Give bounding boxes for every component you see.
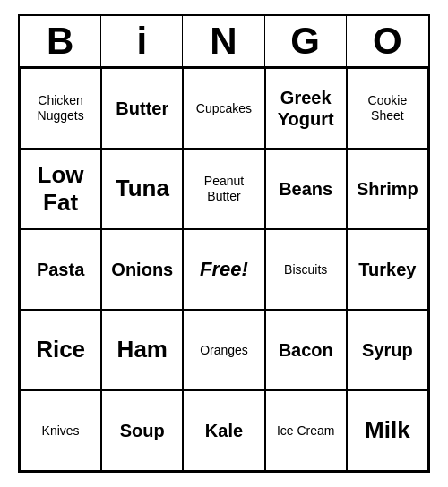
bingo-cell: Cupcakes xyxy=(183,68,264,149)
bingo-cell: Syrup xyxy=(347,310,428,390)
bingo-cell: Tuna xyxy=(101,149,183,229)
bingo-cell: Butter xyxy=(101,68,183,149)
bingo-cell: Chicken Nuggets xyxy=(20,68,101,149)
header-letter: N xyxy=(183,16,264,66)
bingo-cell: Shrimp xyxy=(347,149,428,229)
bingo-cell: Peanut Butter xyxy=(183,149,264,229)
bingo-cell: Beans xyxy=(265,149,347,229)
header-letter: B xyxy=(20,16,101,66)
bingo-cell: Ham xyxy=(101,310,183,390)
bingo-card: BiNGO Chicken NuggetsButterCupcakesGreek… xyxy=(18,14,430,473)
bingo-cell: Turkey xyxy=(347,229,428,310)
bingo-cell: Oranges xyxy=(183,310,264,390)
bingo-cell: Biscuits xyxy=(265,229,347,310)
bingo-header: BiNGO xyxy=(20,16,428,68)
bingo-cell: Milk xyxy=(347,390,428,471)
bingo-grid: Chicken NuggetsButterCupcakesGreek Yogur… xyxy=(20,68,428,471)
bingo-cell: Kale xyxy=(183,390,264,471)
bingo-cell: Pasta xyxy=(20,229,101,310)
header-letter: O xyxy=(347,16,428,66)
bingo-cell: Ice Cream xyxy=(265,390,347,471)
bingo-cell: Low Fat xyxy=(20,149,101,229)
bingo-cell: Onions xyxy=(101,229,183,310)
bingo-cell: Cookie Sheet xyxy=(347,68,428,149)
bingo-cell: Greek Yogurt xyxy=(265,68,347,149)
bingo-cell: Free! xyxy=(183,229,264,310)
header-letter: G xyxy=(265,16,347,66)
bingo-cell: Bacon xyxy=(265,310,347,390)
bingo-cell: Soup xyxy=(101,390,183,471)
bingo-cell: Rice xyxy=(20,310,101,390)
header-letter: i xyxy=(101,16,183,66)
bingo-cell: Knives xyxy=(20,390,101,471)
